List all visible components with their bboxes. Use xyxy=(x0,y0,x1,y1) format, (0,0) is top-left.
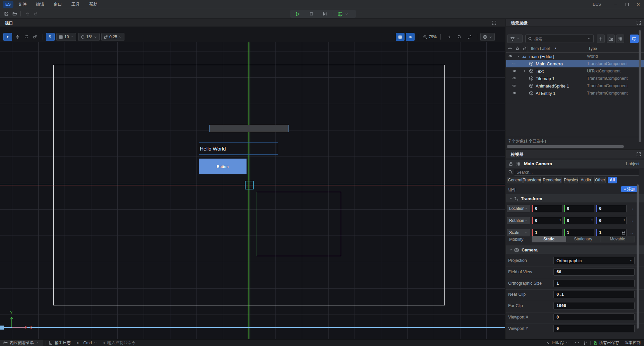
version-control-button[interactable]: 版本控制 xyxy=(625,340,641,346)
scene-panel-bar[interactable] xyxy=(209,125,289,132)
link-values-icon[interactable]: ↔ xyxy=(630,230,634,235)
camera-section-header[interactable]: Camera xyxy=(506,245,644,254)
eye-icon[interactable] xyxy=(512,61,517,66)
rotation-label-dropdown[interactable]: Rotation xyxy=(507,217,530,224)
scene-button-object[interactable]: Button xyxy=(199,159,247,174)
source-branch-icon[interactable] xyxy=(583,341,588,345)
scale-x-field[interactable]: 1 xyxy=(532,229,562,236)
inspector-search[interactable] xyxy=(514,169,639,176)
favorite-column-icon[interactable] xyxy=(515,46,520,51)
stats-button[interactable] xyxy=(445,33,453,41)
projection-dropdown[interactable]: Orthographic ▾ xyxy=(553,257,635,264)
location-y-field[interactable]: 0 xyxy=(564,205,594,212)
location-label-dropdown[interactable]: Location xyxy=(507,205,530,212)
output-log-button[interactable]: 输出日志 xyxy=(49,340,71,346)
column-type-label[interactable]: Type xyxy=(588,46,597,51)
menu-edit[interactable]: 编辑 xyxy=(31,0,49,9)
tree-row-ai-entity[interactable]: AI Entity 1 TransformComponent xyxy=(506,90,644,97)
hierarchy-search[interactable] xyxy=(525,35,594,43)
tab-other[interactable]: Other xyxy=(594,177,606,183)
new-folder-button[interactable] xyxy=(607,35,615,43)
gizmo-visibility-button[interactable] xyxy=(406,33,415,41)
tab-rendering[interactable]: Rendering xyxy=(543,177,561,183)
rotation-z-field[interactable]: 0° xyxy=(596,217,627,224)
tab-transform[interactable]: Transform xyxy=(523,177,541,183)
tab-general[interactable]: General xyxy=(507,177,523,183)
undo-icon[interactable] xyxy=(25,11,30,16)
hierarchy-hscrollbar[interactable] xyxy=(507,145,624,148)
viewport-y-input[interactable]: 0 xyxy=(553,325,635,332)
viewport-x-input[interactable]: 0 xyxy=(553,313,635,321)
view-mode-dropdown[interactable] xyxy=(480,33,495,41)
menu-window[interactable]: 窗口 xyxy=(49,0,67,9)
menu-help[interactable]: 帮助 xyxy=(85,0,102,9)
move-tool-button[interactable] xyxy=(13,33,21,41)
object-settings-gear-icon[interactable] xyxy=(516,162,521,166)
chevron-down-icon[interactable] xyxy=(517,54,521,58)
step-button[interactable] xyxy=(322,11,327,16)
zoom-indicator[interactable]: 79% xyxy=(423,33,437,41)
content-drawer-toggle[interactable]: 内容侧滑菜单 xyxy=(0,340,43,346)
select-tool-button[interactable] xyxy=(3,33,12,41)
tab-physics[interactable]: Physics xyxy=(564,177,578,183)
snap-toggle-button[interactable] xyxy=(46,33,55,41)
menu-file[interactable]: 文件 xyxy=(13,0,31,9)
link-values-icon[interactable]: ↔ xyxy=(630,218,634,223)
hierarchy-vscrollbar[interactable] xyxy=(639,30,641,142)
viewport-expand-icon[interactable] xyxy=(492,20,496,25)
menu-tools[interactable]: 工具 xyxy=(67,0,85,9)
far-clip-input[interactable]: 1000 xyxy=(553,302,635,309)
inspector-vscrollbar[interactable] xyxy=(637,184,639,329)
rotation-y-field[interactable]: 0° xyxy=(564,217,594,224)
reset-view-button[interactable] xyxy=(455,33,464,41)
guide-handle[interactable] xyxy=(0,326,4,330)
transform-section-header[interactable]: Transform xyxy=(506,194,644,203)
tab-all[interactable]: All xyxy=(608,177,617,183)
save-icon[interactable] xyxy=(4,11,9,16)
grid-visibility-button[interactable] xyxy=(396,33,405,41)
maximize-button[interactable] xyxy=(621,0,633,9)
lock-icon[interactable] xyxy=(508,162,513,166)
filter-button[interactable] xyxy=(507,35,523,43)
world-selector-globe-icon[interactable] xyxy=(337,11,343,17)
mobility-static-option[interactable]: Static xyxy=(532,236,566,242)
scene-viewport[interactable]: Hello World Button Y X 10 15° xyxy=(0,27,505,339)
inspector-search-input[interactable] xyxy=(517,170,627,175)
eye-icon[interactable] xyxy=(512,91,517,95)
uniform-scale-lock-icon[interactable] xyxy=(621,230,626,235)
grid-snap-dropdown[interactable]: 10 xyxy=(56,33,76,41)
cmd-selector[interactable]: >_ Cmd xyxy=(77,341,97,345)
scene-selection-gizmo[interactable] xyxy=(245,181,254,189)
rotate-snap-dropdown[interactable]: 15° xyxy=(78,33,100,41)
minimize-button[interactable]: – xyxy=(610,0,621,9)
hierarchy-search-input[interactable] xyxy=(534,37,581,41)
field-of-view-input[interactable]: 60 xyxy=(553,268,635,276)
tree-row-text[interactable]: Text UITextComponent xyxy=(506,67,644,75)
tree-row-main[interactable]: main (Editor) World xyxy=(506,53,644,60)
stop-button[interactable] xyxy=(309,11,314,16)
close-button[interactable]: ✕ xyxy=(633,0,644,9)
rotation-x-field[interactable]: 0° xyxy=(532,217,562,224)
trace-selector[interactable]: 回追踪 xyxy=(546,340,569,346)
scale-y-field[interactable]: 1 xyxy=(564,229,594,236)
inspector-expand-icon[interactable] xyxy=(636,152,641,157)
scene-text-object[interactable]: Hello World xyxy=(199,142,278,155)
location-x-field[interactable]: 0 xyxy=(532,205,562,212)
tree-row-animatedsprite[interactable]: AnimatedSprite 1 TransformComponent xyxy=(506,82,644,90)
mobility-stationary-option[interactable]: Stationary xyxy=(566,236,600,242)
lock-column-icon[interactable] xyxy=(523,46,527,51)
visibility-column-icon[interactable] xyxy=(508,46,512,51)
tab-audio[interactable]: Audio xyxy=(580,177,592,183)
hierarchy-settings-button[interactable] xyxy=(616,35,624,43)
add-entity-button[interactable] xyxy=(597,35,605,43)
app-logo[interactable]: ES xyxy=(3,1,13,8)
eye-icon[interactable] xyxy=(512,69,517,73)
open-folder-icon[interactable] xyxy=(12,11,17,16)
orthographic-size-input[interactable]: 1 xyxy=(553,280,635,287)
scale-snap-dropdown[interactable]: 0.25 xyxy=(101,33,124,41)
search-history-chevron-icon[interactable] xyxy=(587,37,591,41)
location-z-field[interactable]: 0 xyxy=(596,205,627,212)
link-values-icon[interactable]: ↔ xyxy=(630,206,634,211)
column-item-label[interactable]: Item Label xyxy=(531,46,550,51)
console-command-input[interactable]: > 输入控制台命令 xyxy=(103,340,136,346)
